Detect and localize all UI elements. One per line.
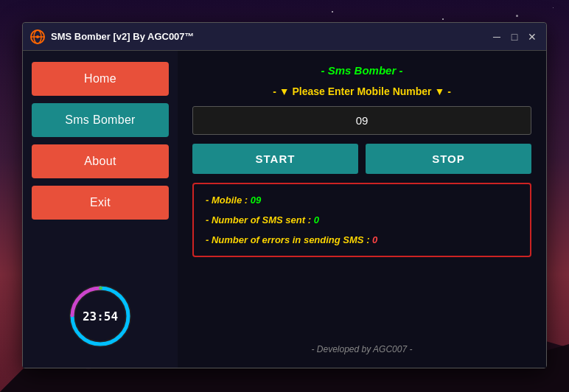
main-panel: - Sms Bomber - - ▼ Please Enter Mobile N… <box>178 51 546 368</box>
errors-label: - Number of errors in sending SMS : <box>206 234 372 245</box>
info-box: - Mobile : 09 - Number of SMS sent : 0 -… <box>192 183 531 257</box>
maximize-button[interactable]: □ <box>508 32 521 42</box>
phone-input[interactable] <box>192 106 531 135</box>
home-button[interactable]: Home <box>32 62 169 96</box>
developer-footer: - Developed by AGC007 - <box>192 344 531 354</box>
window-controls: ─ □ ✕ <box>490 32 539 42</box>
content-area: Home Sms Bomber About Exit 23:54 <box>23 51 546 368</box>
minimize-button[interactable]: ─ <box>490 32 503 42</box>
sms-sent-line: - Number of SMS sent : 0 <box>206 214 518 225</box>
action-buttons: START STOP <box>192 144 531 174</box>
panel-subtitle: - ▼ Please Enter Mobile Number ▼ - <box>192 85 531 97</box>
clock-display: 23:54 <box>83 309 118 323</box>
sms-bomber-button[interactable]: Sms Bomber <box>32 103 169 137</box>
svg-point-5 <box>36 35 39 38</box>
errors-line: - Number of errors in sending SMS : 0 <box>206 234 518 245</box>
main-window: SMS Bomber [v2] By AGC007™ ─ □ ✕ Home Sm… <box>22 22 547 368</box>
app-icon <box>30 29 45 44</box>
mobile-info-line: - Mobile : 09 <box>206 195 518 206</box>
start-button[interactable]: START <box>192 144 358 174</box>
exit-button[interactable]: Exit <box>32 186 169 220</box>
mobile-label: - Mobile : <box>206 195 251 206</box>
clock-ring: 23:54 <box>67 283 133 349</box>
close-button[interactable]: ✕ <box>526 32 539 42</box>
window-title: SMS Bomber [v2] By AGC007™ <box>51 31 490 42</box>
stop-button[interactable]: STOP <box>366 144 531 174</box>
panel-title: - Sms Bomber - <box>192 64 531 77</box>
sms-sent-label: - Number of SMS sent : <box>206 214 314 225</box>
titlebar: SMS Bomber [v2] By AGC007™ ─ □ ✕ <box>23 23 546 51</box>
mobile-value: 09 <box>251 195 261 206</box>
sms-sent-value: 0 <box>314 214 319 225</box>
errors-value: 0 <box>372 234 377 245</box>
about-button[interactable]: About <box>32 144 169 178</box>
clock-area: 23:54 <box>32 276 169 357</box>
sidebar: Home Sms Bomber About Exit 23:54 <box>23 51 178 368</box>
